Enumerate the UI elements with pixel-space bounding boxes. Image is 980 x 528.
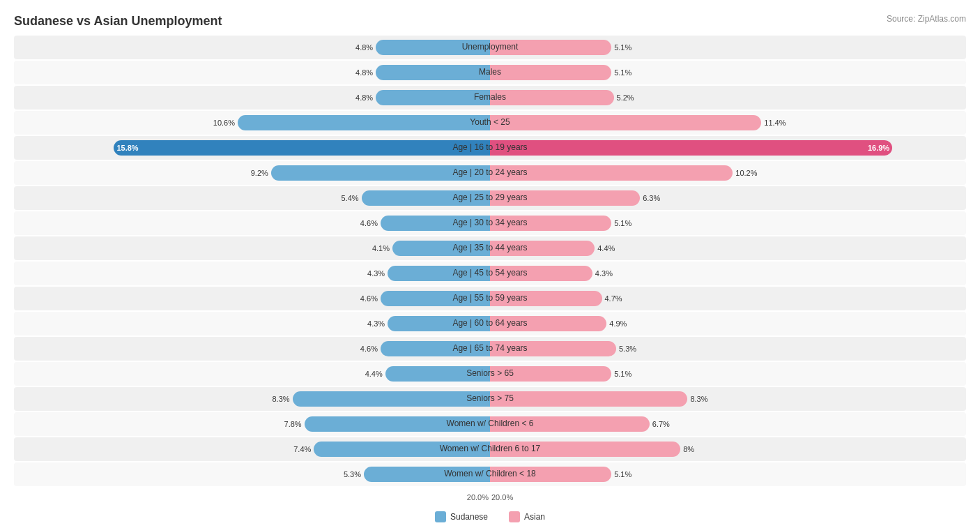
blue-bar — [362, 190, 490, 206]
left-value: 4.4% — [365, 370, 385, 378]
axis-left: 20.0% — [14, 493, 490, 501]
blue-bar — [381, 291, 490, 306]
right-value: 5.1% — [611, 370, 631, 378]
legend: Sudanese Asian — [14, 511, 966, 522]
right-value: 6.7% — [650, 420, 670, 428]
pink-bar — [490, 266, 592, 281]
legend-label-sudanese: Sudanese — [450, 512, 488, 522]
right-value: 4.3% — [592, 269, 613, 278]
pink-bar — [490, 391, 687, 407]
bar-row: 4.8%5.1%Males — [14, 61, 966, 84]
bar-row: 7.4%8%Women w/ Children 6 to 17 — [14, 437, 966, 461]
right-value: 5.1% — [611, 470, 631, 478]
left-value: 4.8% — [355, 93, 376, 102]
left-value: 4.8% — [355, 43, 376, 52]
blue-bar — [376, 65, 490, 80]
pink-bar — [490, 366, 611, 382]
blue-bar — [271, 165, 490, 181]
right-value: 4.4% — [595, 244, 615, 252]
left-value: 4.6% — [360, 294, 381, 303]
pink-bar — [490, 65, 611, 80]
axis-right: 20.0% — [490, 493, 966, 501]
left-value: 4.3% — [367, 269, 388, 278]
right-value: 8% — [680, 445, 694, 453]
blue-bar — [385, 366, 490, 382]
pink-bar — [490, 190, 640, 206]
blue-bar — [376, 40, 490, 55]
right-value: 5.1% — [611, 43, 631, 52]
left-value: 7.8% — [284, 420, 305, 428]
blue-bar — [381, 341, 490, 356]
right-value: 8.3% — [687, 395, 707, 403]
blue-bar — [381, 216, 490, 231]
bar-row: 4.6%5.1%Age | 30 to 34 years — [14, 211, 966, 235]
right-value: 16.9% — [868, 144, 892, 152]
bar-row: 5.4%6.3%Age | 25 to 29 years — [14, 186, 966, 210]
blue-bar — [364, 467, 490, 482]
right-value: 10.2% — [733, 169, 757, 177]
chart-container: Sudanese vs Asian Unemployment Source: Z… — [0, 0, 980, 528]
chart-area: 4.8%5.1%Unemployment4.8%5.1%Males4.8%5.2… — [14, 36, 966, 486]
pink-bar — [490, 140, 892, 156]
source-text: Source: ZipAtlas.com — [887, 14, 966, 24]
bar-row: 8.3%8.3%Seniors > 75 — [14, 387, 966, 411]
right-value: 5.3% — [616, 345, 636, 353]
bar-row: 4.8%5.1%Unemployment — [14, 36, 966, 59]
pink-bar — [490, 90, 614, 105]
pink-bar — [490, 416, 650, 432]
right-value: 5.1% — [611, 68, 631, 77]
right-value: 5.2% — [614, 93, 634, 102]
left-value: 4.8% — [355, 68, 376, 77]
left-value: 5.4% — [342, 194, 362, 202]
bar-row: 4.4%5.1%Seniors > 65 — [14, 362, 966, 386]
pink-bar — [490, 341, 616, 356]
right-value: 4.7% — [602, 294, 622, 303]
left-value: 8.3% — [272, 395, 292, 403]
blue-bar — [293, 391, 490, 407]
chart-title: Sudanese vs Asian Unemployment — [14, 14, 966, 29]
right-value: 5.1% — [611, 219, 631, 227]
pink-bar — [490, 241, 595, 256]
bar-row: 9.2%10.2%Age | 20 to 24 years — [14, 161, 966, 185]
left-value: 4.3% — [367, 319, 388, 328]
bar-row: 4.3%4.3%Age | 45 to 54 years — [14, 262, 966, 285]
legend-sudanese: Sudanese — [435, 511, 488, 522]
legend-swatch-sudanese — [435, 511, 446, 522]
blue-bar — [305, 416, 490, 432]
axis-row: 20.0% 20.0% — [14, 489, 966, 506]
bar-row: 15.8%16.9%Age | 16 to 19 years — [14, 136, 966, 160]
legend-asian: Asian — [509, 511, 545, 522]
legend-swatch-asian — [509, 511, 520, 522]
right-value: 6.3% — [640, 194, 660, 202]
blue-bar — [388, 266, 490, 281]
left-value: 4.1% — [372, 244, 392, 252]
left-value: 4.6% — [360, 345, 381, 353]
legend-label-asian: Asian — [524, 512, 545, 522]
blue-bar — [314, 442, 490, 457]
pink-bar — [490, 40, 611, 55]
bar-row: 7.8%6.7%Women w/ Children < 6 — [14, 412, 966, 436]
left-value: 15.8% — [114, 144, 138, 152]
left-value: 10.6% — [213, 119, 238, 127]
pink-bar — [490, 165, 733, 181]
pink-bar — [490, 467, 611, 482]
bar-row: 10.6%11.4%Youth < 25 — [14, 111, 966, 135]
left-value: 4.6% — [360, 219, 381, 227]
left-value: 7.4% — [293, 445, 314, 453]
pink-bar — [490, 442, 680, 457]
blue-bar — [376, 90, 490, 105]
pink-bar — [490, 316, 606, 331]
blue-bar — [388, 316, 490, 331]
blue-bar — [238, 115, 490, 130]
right-value: 4.9% — [606, 319, 627, 328]
bar-row: 4.6%4.7%Age | 55 to 59 years — [14, 287, 966, 310]
bar-row: 4.6%5.3%Age | 65 to 74 years — [14, 337, 966, 361]
pink-bar — [490, 115, 761, 130]
bar-row: 5.3%5.1%Women w/ Children < 18 — [14, 462, 966, 486]
bar-row: 4.8%5.2%Females — [14, 86, 966, 110]
left-value: 5.3% — [344, 470, 364, 478]
blue-bar — [392, 241, 490, 256]
pink-bar — [490, 216, 611, 231]
bar-row: 4.3%4.9%Age | 60 to 64 years — [14, 312, 966, 335]
bar-row: 4.1%4.4%Age | 35 to 44 years — [14, 236, 966, 260]
